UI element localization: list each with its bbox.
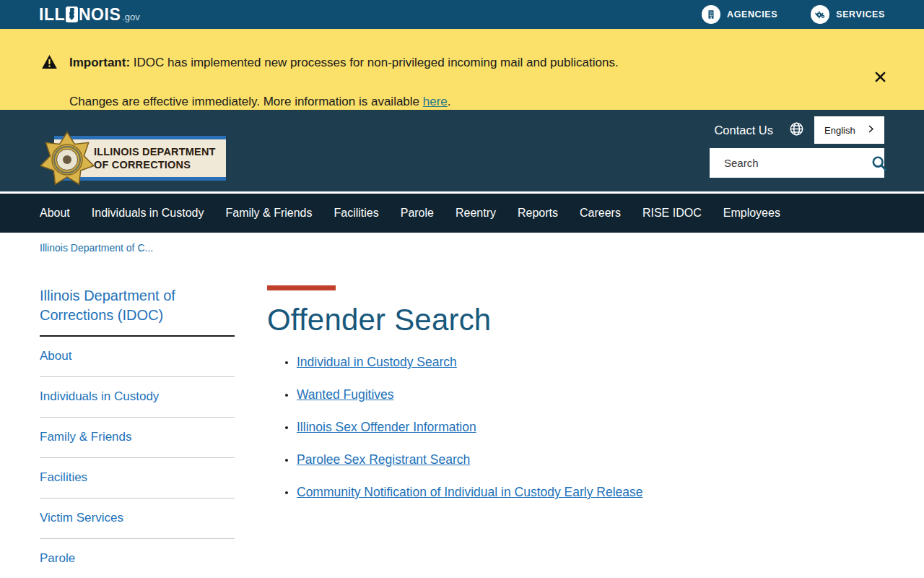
sidebar-item-link[interactable]: Parole (40, 539, 235, 578)
agencies-link[interactable]: AGENCIES (702, 5, 777, 24)
sidebar-item-link[interactable]: Family & Friends (40, 418, 235, 457)
language-selected-label: English (824, 125, 855, 136)
list-item: Illinois Sex Offender Information (285, 420, 643, 435)
search-input[interactable] (710, 157, 868, 169)
sidebar-item: Individuals in Custody (40, 377, 235, 418)
search-icon (871, 163, 888, 174)
idoc-logo[interactable]: ILLINOIS DEPARTMENT OF CORRECTIONS (40, 130, 227, 188)
idoc-logo-line2: OF CORRECTIONS (94, 158, 226, 171)
logo-text-tld: .gov (122, 12, 140, 22)
services-link[interactable]: SERVICES (811, 5, 885, 24)
accent-bar (267, 285, 336, 290)
nav-item[interactable]: Facilities (334, 207, 378, 220)
sidebar-item-link[interactable]: About (40, 337, 235, 376)
offender-link[interactable]: Parolee Sex Registrant Search (297, 452, 470, 467)
alert-message: Important: IDOC has implemented new proc… (69, 43, 619, 121)
breadcrumb-link[interactable]: Illinois Department of C... (40, 242, 153, 254)
offender-link[interactable]: Community Notification of Individual in … (297, 485, 643, 500)
nav-item[interactable]: Reports (518, 207, 558, 220)
sidebar: Illinois Department of Corrections (IDOC… (40, 286, 235, 578)
services-label: SERVICES (836, 9, 885, 20)
bullet-dot (285, 426, 288, 429)
alert-line2-end: . (448, 95, 451, 108)
search-button[interactable] (868, 155, 897, 172)
alert-banner: Important: IDOC has implemented new proc… (0, 29, 924, 110)
main-navigation: AboutIndividuals in CustodyFamily & Frie… (0, 194, 924, 233)
sidebar-item: About (40, 337, 235, 377)
list-item: Individual in Custody Search (285, 355, 643, 370)
sidebar-item: Parole (40, 539, 235, 578)
nav-item[interactable]: About (40, 207, 70, 220)
alert-close-button[interactable] (874, 71, 886, 83)
globe-icon (789, 121, 804, 139)
offender-search-links: Individual in Custody Search Wanted Fugi… (267, 355, 643, 500)
nav-item[interactable]: Individuals in Custody (92, 207, 204, 220)
site-header: ILLINOIS DEPARTMENT OF CORRECTIONS Conta… (0, 110, 924, 194)
contact-us-link[interactable]: Contact Us (714, 124, 773, 137)
list-item: Wanted Fugitives (285, 387, 643, 402)
offender-link[interactable]: Individual in Custody Search (297, 355, 457, 370)
sidebar-item-link[interactable]: Individuals in Custody (40, 377, 235, 417)
sidebar-item-link[interactable]: Facilities (40, 458, 235, 498)
alert-important-label: Important: (69, 56, 130, 69)
nav-item[interactable]: Family & Friends (225, 207, 312, 220)
header-search (710, 148, 884, 178)
warning-icon (42, 55, 57, 72)
offender-link[interactable]: Illinois Sex Offender Information (297, 420, 476, 435)
nav-item[interactable]: RISE IDOC (642, 207, 702, 220)
list-item: Parolee Sex Registrant Search (285, 452, 643, 467)
bullet-dot (285, 394, 288, 397)
bullet-dot (285, 491, 288, 494)
logo-text-prefix: ILL (39, 5, 65, 25)
sidebar-item: Family & Friends (40, 418, 235, 458)
building-icon (702, 5, 720, 24)
illinois-gov-logo[interactable]: ILL NOIS .gov (39, 5, 140, 25)
logo-text-suffix: NOIS (79, 5, 121, 25)
nav-item[interactable]: Reentry (456, 207, 496, 220)
gear-icon (811, 5, 829, 24)
main-content: Offender Search Individual in Custody Se… (267, 260, 643, 578)
sidebar-item-link[interactable]: Victim Services (40, 499, 235, 538)
breadcrumb: Illinois Department of C... (0, 233, 924, 260)
sidebar-item: Victim Services (40, 499, 235, 539)
content-area: Illinois Department of Corrections (IDOC… (0, 260, 924, 578)
nav-item[interactable]: Parole (401, 207, 434, 220)
header-utilities: Contact Us English (710, 110, 884, 191)
topbar-utility-links: AGENCIES SERVICES (702, 5, 885, 24)
star-badge-icon (38, 129, 96, 193)
sidebar-menu: AboutIndividuals in CustodyFamily & Frie… (40, 337, 235, 578)
gov-topbar: ILL NOIS .gov AGENCIES SERVICES (0, 0, 924, 29)
alert-line2-start: Changes are effective immediately. More … (69, 95, 423, 108)
alert-line1: IDOC has implemented new processes for n… (130, 56, 619, 69)
page-title: Offender Search (267, 303, 643, 337)
sidebar-title-link[interactable]: Illinois Department of Corrections (IDOC… (40, 286, 235, 335)
nav-item[interactable]: Employees (723, 207, 780, 220)
idoc-logo-line1: ILLINOIS DEPARTMENT (94, 145, 226, 158)
illinois-state-icon (66, 7, 78, 22)
bullet-dot (285, 459, 288, 462)
nav-item[interactable]: Careers (580, 207, 621, 220)
agencies-label: AGENCIES (727, 9, 777, 20)
close-icon (874, 74, 886, 85)
here-link[interactable]: here (423, 95, 448, 108)
chevron-right-icon (866, 124, 876, 136)
list-item: Community Notification of Individual in … (285, 485, 643, 500)
sidebar-item: Facilities (40, 458, 235, 499)
bullet-dot (285, 361, 288, 364)
offender-link[interactable]: Wanted Fugitives (297, 387, 394, 402)
